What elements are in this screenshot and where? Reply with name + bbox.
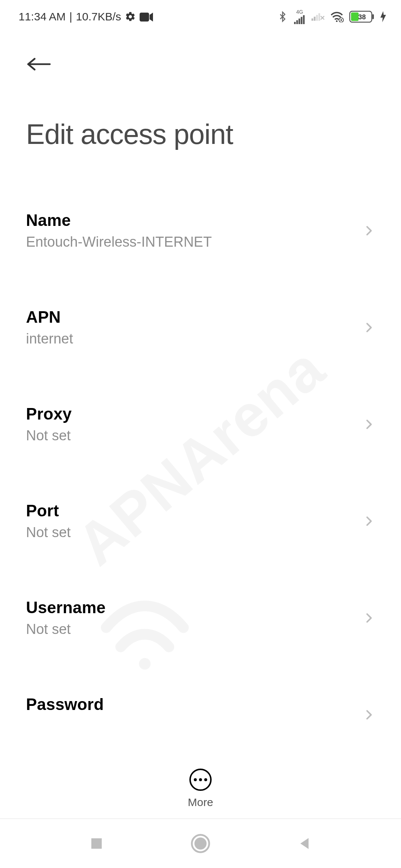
setting-value: Not set [26,621,105,637]
svg-point-19 [195,838,207,850]
arrow-left-icon [26,57,52,71]
camera-icon [140,12,153,22]
chevron-right-icon [363,322,375,333]
setting-label: Proxy [26,405,72,423]
svg-rect-4 [301,17,303,24]
setting-row-proxy[interactable]: Proxy Not set [26,388,375,460]
setting-row-password[interactable]: Password Not set [26,679,375,720]
status-left: 11:34 AM | 10.7KB/s [19,10,153,23]
setting-label: Name [26,211,212,230]
chevron-right-icon [363,418,375,430]
nav-back-button[interactable] [293,832,316,855]
circle-icon [190,833,211,854]
setting-value: Not set [26,525,71,540]
setting-value: Not set [26,718,104,720]
svg-rect-9 [319,13,320,21]
svg-rect-7 [314,17,316,21]
setting-row-username[interactable]: Username Not set [26,582,375,654]
navigation-bar [0,819,401,868]
setting-label: Username [26,598,105,617]
svg-rect-13 [372,14,374,19]
setting-value: Entouch-Wireless-INTERNET [26,234,212,250]
setting-row-port[interactable]: Port Not set [26,485,375,557]
more-label: More [188,796,213,809]
settings-list: Name Entouch-Wireless-INTERNET APN inter… [0,150,401,720]
header: Edit access point [0,33,401,150]
setting-label: Port [26,502,71,520]
nav-recent-button[interactable] [85,832,108,855]
setting-row-apn[interactable]: APN internet [26,292,375,363]
more-wrap: More [0,769,401,809]
setting-row-name[interactable]: Name Entouch-Wireless-INTERNET [26,195,375,266]
nav-home-button[interactable] [189,832,212,855]
status-bar: 11:34 AM | 10.7KB/s 4G [0,0,401,33]
svg-rect-1 [294,22,296,24]
svg-rect-5 [303,15,305,24]
more-button[interactable] [189,769,212,791]
wifi-icon [330,11,344,22]
chevron-right-icon [363,515,375,527]
status-speed: 10.7KB/s [76,10,121,23]
battery-icon: 38 [349,11,375,23]
svg-point-10 [336,20,338,22]
status-right: 4G 38 [277,9,386,24]
status-separator: | [69,10,72,23]
chevron-right-icon [363,225,375,237]
svg-rect-17 [91,838,102,849]
bluetooth-icon [277,10,288,23]
svg-rect-3 [299,19,300,24]
setting-value: Not set [26,428,72,444]
page-title: Edit access point [26,118,375,150]
triangle-left-icon [296,835,313,852]
square-icon [89,836,104,851]
setting-label: Password [26,695,104,714]
settings-icon [125,11,136,22]
svg-rect-14 [351,13,359,21]
battery-pct-text: 38 [358,13,366,21]
setting-value: internet [26,331,73,347]
charging-icon [380,11,386,22]
svg-rect-0 [140,13,149,22]
setting-label: APN [26,308,73,326]
signal-secondary-icon [311,11,325,22]
status-time: 11:34 AM [19,10,66,23]
chevron-right-icon [363,709,375,720]
back-button[interactable] [26,51,52,77]
signal-4g-label: 4G [296,9,303,14]
more-dots-icon [194,778,207,781]
signal-4g-icon: 4G [293,9,306,24]
chevron-right-icon [363,612,375,624]
svg-rect-8 [316,15,318,21]
svg-rect-6 [312,19,313,21]
svg-rect-2 [296,20,298,24]
